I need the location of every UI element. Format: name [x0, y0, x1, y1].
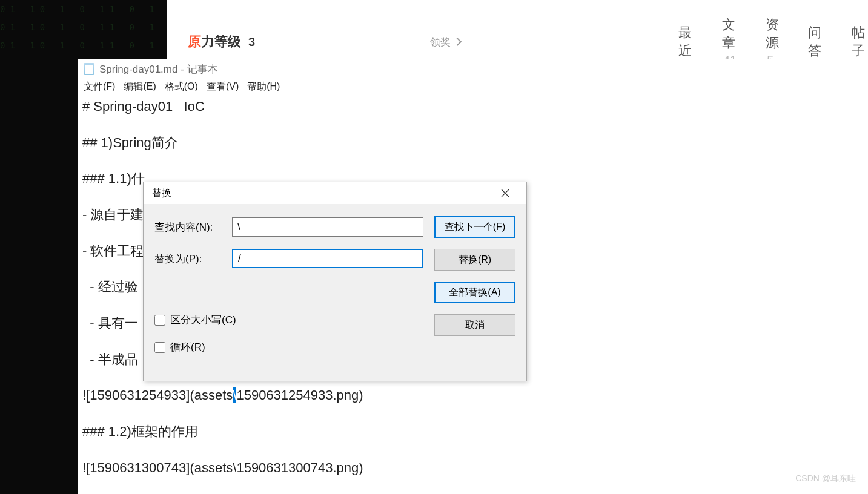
dialog-checkboxes: 区分大小写(C) 循环(R)	[154, 313, 236, 354]
menu-format[interactable]: 格式(O)	[165, 81, 198, 93]
replace-all-button[interactable]: 全部替换(A)	[434, 282, 515, 303]
yuanli-level: 3	[248, 35, 255, 49]
dialog-title-bar[interactable]: 替换	[144, 182, 526, 204]
menu-help[interactable]: 帮助(H)	[247, 81, 280, 93]
tab-recent[interactable]: 最近	[678, 24, 693, 60]
menu-edit[interactable]: 编辑(E)	[124, 81, 156, 93]
close-button[interactable]	[492, 184, 518, 202]
notepad-title-bar[interactable]: Spring-day01.md - 记事本	[78, 59, 868, 79]
replace-dialog: 替换 查找内容(N): 替换为(P): 查找下一个(F) 替换(R) 全部替换(…	[143, 182, 527, 381]
dialog-title: 替换	[152, 187, 171, 200]
yuanli-label: 原力等级	[188, 33, 241, 51]
text-line: # Spring-day01 IoC	[82, 97, 863, 116]
dialog-body: 查找内容(N): 替换为(P): 查找下一个(F) 替换(R) 全部替换(A) …	[144, 204, 526, 381]
replace-label: 替换为(P):	[154, 252, 232, 266]
cancel-button[interactable]: 取消	[434, 314, 515, 336]
tabs-bar: 最近 文章41 资源5 问答 帖子 视频	[652, 24, 868, 59]
menu-view[interactable]: 查看(V)	[207, 81, 239, 93]
text-line: ![1590631300743](assets\1590631300743.pn…	[82, 458, 863, 478]
match-case-check[interactable]: 区分大小写(C)	[154, 313, 236, 327]
match-case-checkbox[interactable]	[154, 315, 165, 326]
close-icon	[501, 189, 509, 197]
wrap-checkbox[interactable]	[154, 342, 165, 353]
dialog-buttons: 查找下一个(F) 替换(R) 全部替换(A) 取消	[434, 216, 515, 336]
find-input[interactable]	[232, 217, 423, 237]
notepad-icon	[84, 63, 94, 75]
chevron-right-icon	[453, 38, 462, 46]
replace-input[interactable]	[232, 249, 423, 268]
text-line: ![1590631254933](assets\1590631254933.pn…	[82, 386, 863, 405]
find-next-button[interactable]: 查找下一个(F)	[434, 216, 515, 238]
find-label: 查找内容(N):	[154, 220, 232, 234]
notepad-title: Spring-day01.md - 记事本	[99, 62, 218, 76]
menu-file[interactable]: 文件(F)	[84, 81, 115, 93]
text-line: ### 1.2)框架的作用	[82, 422, 863, 441]
watermark: CSDN @耳东哇	[795, 473, 856, 484]
tab-qa[interactable]: 问答	[808, 24, 823, 60]
wrap-around-check[interactable]: 循环(R)	[154, 340, 236, 354]
yuanli-card: 原力等级 3 领奖	[173, 24, 475, 59]
tab-posts[interactable]: 帖子	[852, 24, 866, 60]
replace-button[interactable]: 替换(R)	[434, 249, 515, 271]
text-line: ## 1)Spring简介	[82, 133, 863, 153]
page-top-area: 原力等级 3 领奖 最近 文章41 资源5 问答 帖子 视频	[167, 0, 868, 59]
award-button[interactable]: 领奖	[430, 35, 460, 49]
notepad-menu-bar: 文件(F) 编辑(E) 格式(O) 查看(V) 帮助(H)	[78, 79, 868, 94]
